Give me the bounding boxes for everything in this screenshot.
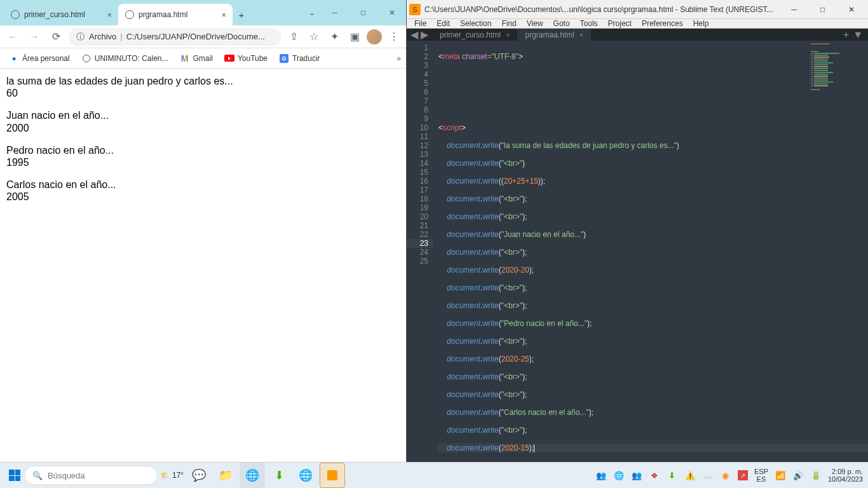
bookmark-translate[interactable]: G Traducir — [275, 51, 324, 65]
star-icon[interactable]: ☆ — [306, 29, 322, 45]
share-icon[interactable]: ⇧ — [285, 29, 302, 45]
content-line: la suma de las edades de juan pedro y ca… — [6, 76, 233, 86]
weather-temp: 17° — [172, 471, 184, 480]
tray-app-icon[interactable]: ❖ — [649, 470, 660, 481]
taskbar-explorer-icon[interactable]: 📁 — [213, 463, 238, 488]
search-placeholder: Búsqueda — [48, 471, 85, 480]
tab-back-icon[interactable]: ◀ — [410, 29, 418, 41]
sublime-window-title: C:\Users\JUANP\OneDrive\Documentos\...un… — [424, 5, 780, 14]
editor-area[interactable]: 1 2 3 4 5 6 7 8 9 10 11 12 13 14 15 16 1… — [407, 41, 868, 488]
globe-icon — [10, 10, 20, 20]
taskbar-chat-icon[interactable]: 💬 — [186, 463, 212, 488]
dropdown-icon[interactable]: ▼ — [853, 29, 863, 41]
maximize-button[interactable]: □ — [349, 0, 377, 25]
sublime-app-icon: S — [409, 4, 421, 15]
new-tab-button[interactable]: + — [233, 4, 250, 25]
tray-avast-icon[interactable]: ◉ — [720, 470, 731, 481]
tab-title: prgramaa.html — [139, 10, 217, 19]
menu-selection[interactable]: Selection — [455, 19, 496, 28]
taskbar-utorrent-icon[interactable]: ⬇ — [266, 463, 292, 488]
weather-widget[interactable]: 🌤️ 17° — [160, 471, 184, 480]
menu-help[interactable]: Help — [688, 19, 714, 28]
content-line: Carlos nacio en el año... — [6, 179, 116, 190]
forward-button[interactable]: → — [25, 28, 43, 46]
minimize-button[interactable]: ─ — [320, 0, 349, 25]
tray-teams-icon[interactable]: 👥 — [595, 470, 607, 481]
back-button[interactable]: ← — [4, 28, 22, 46]
system-tray: 👥 🌐 👥 ❖ ⬇ ⚠️ ☁️ ◉ ↗ ESP ES 📶 🔊 🔋 2:09 p.… — [595, 468, 863, 483]
tray-teams2-icon[interactable]: 👥 — [631, 470, 642, 481]
taskbar-sublime-icon[interactable] — [320, 463, 345, 488]
code-content[interactable]: <meta charset="UTF-8"> <script> document… — [433, 41, 868, 488]
tab-forward-icon[interactable]: ▶ — [421, 29, 428, 41]
reload-button[interactable]: ⟳ — [47, 28, 65, 46]
editor-tab-prgramaa[interactable]: prgramaa.html × — [517, 29, 591, 41]
tray-app2-icon[interactable]: ↗ — [738, 470, 748, 480]
chrome-titlebar: primer_curso.html × prgramaa.html × + ⌄ … — [0, 0, 406, 25]
profile-avatar[interactable] — [367, 29, 382, 44]
taskbar-apps: 💬 📁 🌐 ⬇ 🌐 — [186, 463, 345, 488]
bookmark-label: Gmail — [193, 54, 213, 63]
separator: | — [120, 32, 122, 41]
tray-globe-icon[interactable]: 🌐 — [613, 470, 625, 481]
content-line: Juan nacio en el año... — [6, 110, 109, 121]
bookmark-gmail[interactable]: M Gmail — [176, 51, 217, 65]
youtube-icon — [224, 53, 234, 64]
blue-dot-icon: ● — [9, 53, 19, 64]
sublime-titlebar: S C:\Users\JUANP\OneDrive\Documentos\...… — [407, 0, 868, 19]
chevron-down-icon[interactable]: ⌄ — [304, 0, 320, 25]
menu-project[interactable]: Project — [603, 19, 637, 28]
menu-icon[interactable]: ⋮ — [386, 29, 402, 45]
close-button[interactable]: ✕ — [837, 0, 865, 19]
menu-file[interactable]: File — [409, 19, 431, 28]
bookmark-area-personal[interactable]: ● Área personal — [5, 51, 74, 65]
globe-icon — [125, 10, 135, 20]
tab-prgramaa[interactable]: prgramaa.html × — [118, 4, 233, 25]
side-panel-icon[interactable]: ▣ — [346, 29, 363, 45]
clock[interactable]: 2:09 p. m. 10/04/2023 — [828, 468, 863, 483]
close-icon[interactable]: × — [221, 10, 226, 20]
sublime-window-controls: ─ □ ✕ — [780, 0, 865, 19]
close-icon[interactable]: × — [580, 31, 583, 39]
menu-preferences[interactable]: Preferences — [637, 19, 688, 28]
taskbar-search[interactable]: 🔍 Búsqueda — [24, 466, 158, 485]
close-icon[interactable]: × — [506, 31, 510, 39]
taskbar-chrome2-icon[interactable]: 🌐 — [293, 463, 318, 488]
tray-warning-icon[interactable]: ⚠️ — [684, 470, 696, 481]
content-line: 2000 — [6, 123, 29, 133]
menu-tools[interactable]: Tools — [575, 19, 603, 28]
line-gutter: 1 2 3 4 5 6 7 8 9 10 11 12 13 14 15 16 1… — [407, 41, 433, 488]
content-line: Pedro nacio en el año... — [6, 145, 114, 156]
tray-utorrent-icon[interactable]: ⬇ — [667, 470, 678, 481]
tray-onedrive-icon[interactable]: ☁️ — [702, 470, 714, 481]
volume-icon[interactable]: 🔊 — [792, 470, 804, 481]
maximize-button[interactable]: □ — [808, 0, 837, 19]
tab-right-controls: + ▼ — [838, 29, 868, 41]
extensions-icon[interactable]: ✦ — [326, 29, 342, 45]
menu-goto[interactable]: Goto — [548, 19, 575, 28]
overflow-icon[interactable]: » — [397, 54, 401, 63]
battery-icon[interactable]: 🔋 — [810, 470, 822, 481]
add-tab-icon[interactable]: + — [843, 29, 849, 41]
address-bar[interactable]: ⓘ Archivo | C:/Users/JUANP/OneDrive/Docu… — [69, 28, 281, 46]
close-icon[interactable]: × — [107, 10, 112, 20]
menu-find[interactable]: Find — [496, 19, 521, 28]
editor-tab-primer-curso[interactable]: primer_curso.html × — [432, 29, 517, 41]
tab-primer-curso[interactable]: primer_curso.html × — [4, 4, 118, 25]
minimap[interactable] — [811, 43, 868, 170]
close-button[interactable]: ✕ — [377, 0, 406, 25]
bookmark-youtube[interactable]: YouTube — [220, 51, 271, 65]
bookmark-label: UNIMINUTO: Calen... — [95, 54, 168, 63]
address-label: Archivo — [89, 32, 116, 41]
start-button[interactable] — [5, 466, 24, 485]
tab-navigation: ◀ ▶ — [407, 29, 432, 41]
info-icon: ⓘ — [75, 31, 85, 43]
language-indicator[interactable]: ESP ES — [754, 468, 768, 483]
wifi-icon[interactable]: 📶 — [775, 470, 786, 481]
menu-view[interactable]: View — [522, 19, 548, 28]
taskbar-chrome-icon[interactable]: 🌐 — [240, 463, 265, 488]
minimize-button[interactable]: ─ — [780, 0, 808, 19]
bookmark-uniminuto[interactable]: UNIMINUTO: Calen... — [78, 51, 172, 65]
menu-edit[interactable]: Edit — [431, 19, 455, 28]
gmail-icon: M — [180, 53, 190, 64]
